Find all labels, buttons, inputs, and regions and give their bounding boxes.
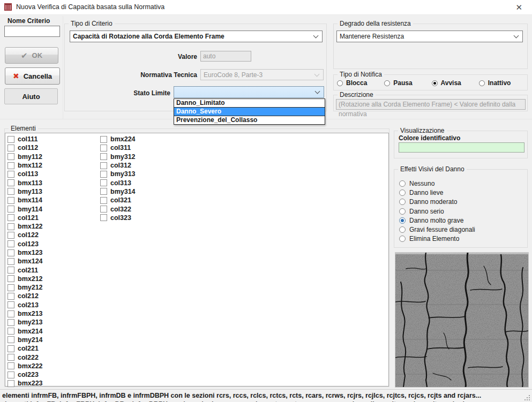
dropdown-option[interactable]: Danno_Severo <box>174 107 325 116</box>
element-checkbox-item[interactable]: col122 <box>8 231 43 239</box>
cancel-button[interactable]: ✖ Cancella <box>5 67 60 85</box>
checkbox-icon[interactable] <box>100 145 107 151</box>
help-button[interactable]: Aiuto <box>4 88 58 104</box>
element-checkbox-item[interactable]: bmy314 <box>100 187 136 196</box>
effetti-radio-option[interactable]: Danno lieve <box>399 188 475 197</box>
checkbox-icon[interactable] <box>8 336 14 343</box>
element-checkbox-item[interactable]: col312 <box>100 161 136 170</box>
checkbox-icon[interactable] <box>100 206 107 213</box>
checkbox-icon[interactable] <box>8 206 14 213</box>
color-swatch[interactable] <box>399 142 524 153</box>
checkbox-icon[interactable] <box>8 232 14 239</box>
element-checkbox-item[interactable]: bmy213 <box>8 318 43 327</box>
element-checkbox-item[interactable]: bmx124 <box>8 257 43 266</box>
degrado-combobox[interactable]: Mantenere Resistenza <box>336 31 523 42</box>
checkbox-icon[interactable] <box>8 362 14 369</box>
resize-grip[interactable] <box>524 395 531 401</box>
checkbox-icon[interactable] <box>8 310 14 317</box>
effetti-radio-option[interactable]: Danno molto grave <box>399 216 475 225</box>
checkbox-icon[interactable] <box>100 136 107 143</box>
checkbox-icon[interactable] <box>8 145 14 151</box>
effetti-radio-option[interactable]: Danno moderato <box>399 198 475 207</box>
notifica-radio-option[interactable]: Inattivo <box>479 79 526 87</box>
effetti-radio-option[interactable]: Gravi fessure diagonali <box>399 225 475 234</box>
element-checkbox-item[interactable]: bmx113 <box>8 178 43 187</box>
element-checkbox-item[interactable]: bmx112 <box>8 161 43 170</box>
checkbox-icon[interactable] <box>8 162 14 169</box>
checkbox-icon[interactable] <box>8 275 14 282</box>
element-checkbox-item[interactable]: bmy312 <box>100 153 136 161</box>
element-checkbox-item[interactable]: bmy313 <box>100 170 136 178</box>
checkbox-icon[interactable] <box>100 214 107 221</box>
checkbox-icon[interactable] <box>8 153 14 160</box>
element-checkbox-item[interactable]: col112 <box>8 143 43 152</box>
element-checkbox-item[interactable]: bmx123 <box>8 248 43 257</box>
checkbox-icon[interactable] <box>8 179 14 186</box>
element-checkbox-item[interactable]: col221 <box>8 344 43 353</box>
checkbox-icon[interactable] <box>8 293 14 300</box>
checkbox-icon[interactable] <box>100 197 107 204</box>
effetti-radio-option[interactable]: Elimina Elemento <box>399 234 475 244</box>
element-checkbox-item[interactable]: col222 <box>8 353 43 361</box>
element-checkbox-item[interactable]: bmy214 <box>8 336 43 344</box>
checkbox-icon[interactable] <box>8 328 14 335</box>
checkbox-icon[interactable] <box>8 284 14 291</box>
element-checkbox-item[interactable]: bmy112 <box>8 153 43 161</box>
checkbox-icon[interactable] <box>8 319 14 326</box>
checkbox-icon[interactable] <box>8 301 14 308</box>
valore-input[interactable] <box>200 51 251 62</box>
element-checkbox-item[interactable]: col321 <box>100 196 136 204</box>
notifica-radio-option[interactable]: Pausa <box>384 79 431 87</box>
element-checkbox-item[interactable]: col211 <box>8 266 43 274</box>
notifica-radio-option[interactable]: Blocca <box>337 79 384 87</box>
element-checkbox-item[interactable]: bmx114 <box>8 196 43 204</box>
element-checkbox-item[interactable]: bmx213 <box>8 309 43 318</box>
effetti-radio-option[interactable]: Danno serio <box>399 207 475 216</box>
element-checkbox-item[interactable]: col213 <box>8 301 43 309</box>
element-checkbox-item[interactable]: bmy212 <box>8 283 43 292</box>
close-icon[interactable]: ✕ <box>513 2 524 13</box>
tipo-criterio-combobox[interactable]: Capacità di Rotazione alla Corda Element… <box>70 31 323 42</box>
checkbox-icon[interactable] <box>8 188 14 195</box>
checkbox-icon[interactable] <box>8 345 14 352</box>
element-checkbox-item[interactable]: bmx223 <box>8 379 43 388</box>
checkbox-icon[interactable] <box>8 380 14 387</box>
element-checkbox-item[interactable]: bmx122 <box>8 222 43 231</box>
checkbox-icon[interactable] <box>8 136 14 143</box>
checkbox-icon[interactable] <box>8 223 14 230</box>
checkbox-icon[interactable] <box>100 188 107 195</box>
dropdown-option[interactable]: Danno_Limitato <box>174 99 325 107</box>
element-checkbox-item[interactable]: col212 <box>8 292 43 300</box>
nome-criterio-input[interactable] <box>4 26 60 37</box>
element-checkbox-item[interactable]: col322 <box>100 204 136 213</box>
checkbox-icon[interactable] <box>8 267 14 274</box>
checkbox-icon[interactable] <box>8 171 14 178</box>
checkbox-icon[interactable] <box>100 162 107 169</box>
element-checkbox-item[interactable]: bmx214 <box>8 327 43 336</box>
element-checkbox-item[interactable]: col123 <box>8 240 43 248</box>
element-checkbox-item[interactable]: bmy114 <box>8 204 43 213</box>
dropdown-option[interactable]: Prevenzione_del_Collasso <box>174 116 325 124</box>
ok-button[interactable]: ✔ OK <box>5 47 58 64</box>
checkbox-icon[interactable] <box>8 249 14 256</box>
element-checkbox-item[interactable]: col121 <box>8 214 43 222</box>
element-checkbox-item[interactable]: col323 <box>100 214 136 222</box>
element-checkbox-item[interactable]: col223 <box>8 370 43 379</box>
element-checkbox-item[interactable]: bmx224 <box>100 135 136 143</box>
element-checkbox-item[interactable]: col111 <box>8 135 43 143</box>
effetti-radio-option[interactable]: Nessuno <box>399 179 475 188</box>
notifica-radio-option[interactable]: Avvisa <box>432 79 479 87</box>
checkbox-icon[interactable] <box>100 153 107 160</box>
element-checkbox-item[interactable]: bmy113 <box>8 187 43 196</box>
element-checkbox-item[interactable]: bmx212 <box>8 275 43 283</box>
element-checkbox-item[interactable]: col311 <box>100 143 136 152</box>
element-checkbox-item[interactable]: bmx222 <box>8 362 43 370</box>
checkbox-icon[interactable] <box>8 214 14 221</box>
checkbox-icon[interactable] <box>8 240 14 247</box>
checkbox-icon[interactable] <box>8 354 14 361</box>
checkbox-icon[interactable] <box>100 171 107 178</box>
checkbox-icon[interactable] <box>8 371 14 378</box>
stato-limite-combobox[interactable] <box>174 86 324 98</box>
element-checkbox-item[interactable]: col313 <box>100 178 136 187</box>
element-checkbox-item[interactable]: col113 <box>8 170 43 178</box>
